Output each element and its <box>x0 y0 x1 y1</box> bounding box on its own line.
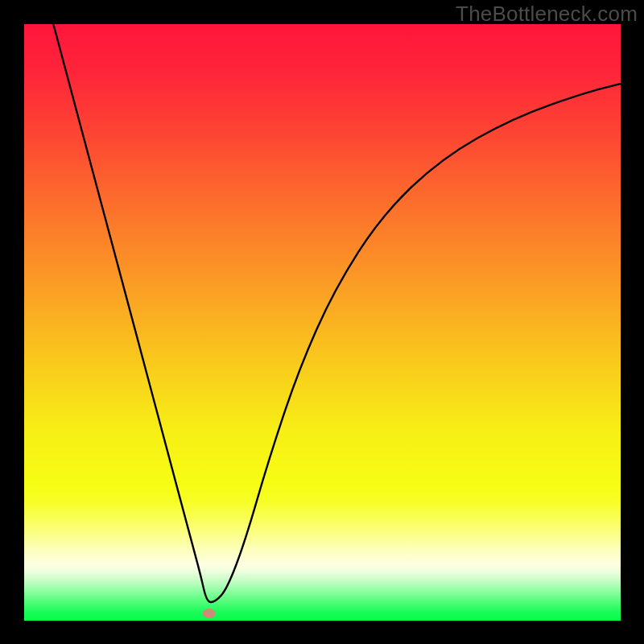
highlight-marker <box>203 609 216 618</box>
plot-area <box>24 24 621 621</box>
plot-svg <box>24 24 621 621</box>
watermark-text: TheBottleneck.com <box>456 2 638 27</box>
chart-container: TheBottleneck.com <box>0 0 644 644</box>
gradient-background <box>24 24 621 621</box>
